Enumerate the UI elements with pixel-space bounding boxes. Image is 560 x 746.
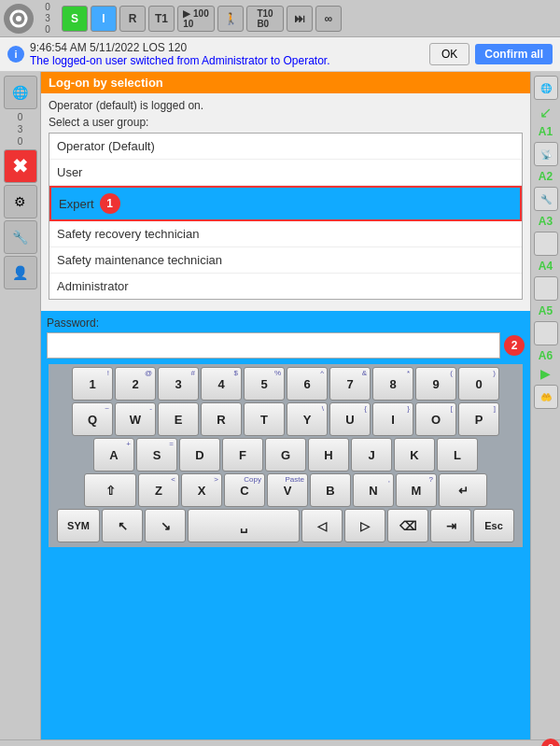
key-d[interactable]: D bbox=[179, 438, 220, 472]
key-s[interactable]: =S bbox=[136, 438, 177, 472]
password-label: Password: bbox=[47, 317, 525, 330]
key-h[interactable]: H bbox=[308, 438, 349, 472]
key-8[interactable]: *8 bbox=[372, 367, 413, 401]
key-arrow-upleft[interactable]: ↖ bbox=[102, 509, 143, 542]
key-3[interactable]: #3 bbox=[158, 367, 199, 401]
key-o[interactable]: [O bbox=[415, 402, 456, 436]
content-area: Log-on by selection Operator (default) i… bbox=[41, 72, 530, 739]
sidebar-right-globe[interactable]: 🌐 bbox=[534, 76, 558, 100]
sidebar-right-btn5[interactable] bbox=[534, 276, 558, 301]
password-input-row: 2 bbox=[47, 332, 525, 359]
user-item-safety-recovery[interactable]: Safety recovery technician bbox=[49, 221, 522, 247]
label-a5: A5 bbox=[539, 304, 553, 317]
keyboard-row-shift: ⇧ <Z >X CopyC PasteV B ,N ?M ↵ bbox=[51, 473, 520, 507]
sidebar-right-play[interactable]: ▶ bbox=[540, 366, 551, 381]
sidebar-globe-btn[interactable]: 🌐 bbox=[4, 76, 37, 109]
keyboard-row-bottom: SYM ↖ ↘ ␣ ◁ ▷ ⌫ ⇥ Esc bbox=[51, 509, 520, 542]
password-input[interactable] bbox=[47, 332, 500, 359]
password-badge: 2 bbox=[504, 335, 525, 356]
sidebar-right-antenna[interactable]: 📡 bbox=[534, 142, 558, 166]
skip-button[interactable]: ⏭ bbox=[287, 6, 313, 32]
key-l[interactable]: L bbox=[437, 438, 478, 472]
key-n[interactable]: ,N bbox=[353, 473, 394, 507]
t10-button[interactable]: T10B0 bbox=[246, 6, 284, 32]
sidebar-user-btn[interactable]: 👤 bbox=[4, 256, 37, 289]
key-r[interactable]: R bbox=[201, 402, 242, 436]
key-m[interactable]: ?M bbox=[396, 473, 437, 507]
key-b[interactable]: B bbox=[310, 473, 351, 507]
key-1[interactable]: !1 bbox=[72, 367, 113, 401]
user-item-user[interactable]: User bbox=[49, 160, 522, 186]
key-esc[interactable]: Esc bbox=[473, 509, 514, 542]
key-0[interactable]: )0 bbox=[458, 367, 499, 401]
key-e[interactable]: E bbox=[158, 402, 199, 436]
svg-point-1 bbox=[16, 16, 21, 21]
sidebar-right-arrow-up[interactable]: ↙ bbox=[539, 104, 552, 121]
s-button[interactable]: S bbox=[62, 6, 88, 32]
top-bar: 030 S I R T1 ▶ 10010 🚶 T10B0 ⏭ ∞ bbox=[0, 0, 560, 37]
key-tab[interactable]: ⇥ bbox=[430, 509, 471, 542]
key-2[interactable]: @2 bbox=[115, 367, 156, 401]
confirm-all-button[interactable]: Confirm all bbox=[475, 44, 553, 64]
inf-button[interactable]: ∞ bbox=[315, 6, 342, 32]
right-sidebar: 🌐 ↙ A1 📡 A2 🔧 A3 A4 A5 A6 ▶ 🤲 bbox=[530, 72, 560, 739]
key-space[interactable]: ␣ bbox=[188, 509, 300, 542]
notification-bar: i 9:46:54 AM 5/11/2022 LOS 120 The logge… bbox=[0, 37, 560, 72]
sidebar-right-btn6[interactable] bbox=[534, 321, 558, 345]
key-f[interactable]: F bbox=[222, 438, 263, 472]
key-a[interactable]: +A bbox=[93, 438, 134, 472]
notification-message: The logged-on user switched from Adminis… bbox=[30, 54, 424, 67]
r-button[interactable]: R bbox=[119, 6, 146, 32]
key-c[interactable]: CopyC bbox=[224, 473, 265, 507]
key-shift[interactable]: ⇧ bbox=[84, 473, 136, 507]
sidebar-right-btn4[interactable] bbox=[534, 232, 558, 256]
key-k[interactable]: K bbox=[394, 438, 435, 472]
key-x[interactable]: >X bbox=[181, 473, 222, 507]
i-button[interactable]: I bbox=[91, 6, 117, 32]
play-button[interactable]: ▶ 10010 bbox=[177, 6, 215, 32]
main-layout: 🌐 030 ✖ ⚙ 🔧 👤 Log-on by selection Operat… bbox=[0, 72, 560, 739]
walk-button[interactable]: 🚶 bbox=[217, 6, 244, 32]
key-9[interactable]: (9 bbox=[415, 367, 456, 401]
key-y[interactable]: \Y bbox=[287, 402, 328, 436]
key-j[interactable]: J bbox=[351, 438, 392, 472]
left-sidebar: 🌐 030 ✖ ⚙ 🔧 👤 bbox=[0, 72, 41, 739]
key-enter[interactable]: ↵ bbox=[439, 473, 487, 507]
user-item-safety-maintenance[interactable]: Safety maintenance technician bbox=[49, 247, 522, 274]
key-z[interactable]: <Z bbox=[138, 473, 179, 507]
key-p[interactable]: ]P bbox=[458, 402, 499, 436]
key-arrow-left[interactable]: ◁ bbox=[301, 509, 343, 542]
keyboard-row-asdf: +A =S D F G H J K L bbox=[51, 438, 520, 472]
user-item-administrator[interactable]: Administrator bbox=[49, 274, 522, 299]
key-6[interactable]: ^6 bbox=[287, 367, 328, 401]
sidebar-tool-btn[interactable]: 🔧 bbox=[4, 220, 37, 254]
key-t[interactable]: T bbox=[244, 402, 285, 436]
sidebar-close-btn[interactable]: ✖ bbox=[4, 149, 37, 183]
sidebar-settings-btn[interactable]: ⚙ bbox=[4, 185, 37, 218]
key-w[interactable]: -W bbox=[115, 402, 156, 436]
key-backspace[interactable]: ⌫ bbox=[387, 509, 428, 542]
key-q[interactable]: ~Q bbox=[72, 402, 113, 436]
sidebar-right-hand[interactable]: 🤲 bbox=[534, 385, 558, 409]
key-7[interactable]: &7 bbox=[329, 367, 371, 401]
key-5[interactable]: %5 bbox=[244, 367, 285, 401]
key-i[interactable]: }I bbox=[372, 402, 413, 436]
user-item-operator[interactable]: Operator (Default) bbox=[49, 134, 522, 160]
user-list: Operator (Default) User Expert 1 Safety … bbox=[49, 133, 523, 300]
password-section: Password: 2 !1 @2 #3 $4 %5 ^6 &7 *8 (9 bbox=[41, 311, 530, 739]
key-arrow-right[interactable]: ▷ bbox=[344, 509, 385, 542]
key-u[interactable]: {U bbox=[329, 402, 371, 436]
ok-button[interactable]: OK bbox=[429, 43, 469, 65]
key-arrow-downright[interactable]: ↘ bbox=[145, 509, 186, 542]
key-v[interactable]: PasteV bbox=[267, 473, 308, 507]
label-a3: A3 bbox=[539, 215, 553, 228]
label-a1: A1 bbox=[539, 125, 553, 138]
counter-display: 030 bbox=[36, 2, 59, 35]
key-4[interactable]: $4 bbox=[201, 367, 242, 401]
user-item-expert[interactable]: Expert 1 bbox=[49, 186, 522, 221]
key-g[interactable]: G bbox=[265, 438, 306, 472]
key-sym[interactable]: SYM bbox=[57, 509, 100, 542]
label-a2: A2 bbox=[539, 170, 553, 183]
sidebar-right-tool[interactable]: 🔧 bbox=[534, 187, 558, 211]
t1-button[interactable]: T1 bbox=[148, 6, 175, 32]
